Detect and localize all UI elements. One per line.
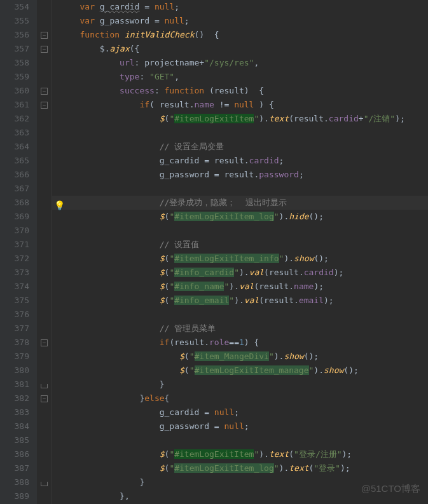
- line-number: 361: [0, 98, 29, 112]
- line-number: 373: [0, 266, 29, 280]
- code-line[interactable]: // 设置值: [65, 238, 428, 252]
- line-number: 374: [0, 280, 29, 294]
- line-number: 363: [0, 126, 29, 140]
- code-line[interactable]: [65, 433, 428, 447]
- code-line[interactable]: function initValidCheck() {: [65, 28, 428, 42]
- lightbulb-icon[interactable]: 💡: [54, 200, 65, 210]
- code-line[interactable]: }else{: [65, 392, 428, 405]
- line-number: 385: [0, 433, 29, 447]
- code-line[interactable]: $("#info_name").val(result.name);: [65, 280, 428, 294]
- code-line[interactable]: [65, 182, 428, 196]
- code-line[interactable]: url: projectname+"/sys/res",: [65, 56, 428, 70]
- fold-end-icon: [41, 384, 48, 388]
- code-line[interactable]: $("#itemLogExitItem_info").show();: [65, 252, 428, 266]
- code-line[interactable]: g_password = result.password;: [65, 168, 428, 182]
- line-number: 356: [0, 28, 29, 42]
- line-number: 371: [0, 238, 29, 252]
- line-number: 368: [0, 196, 29, 210]
- fold-toggle-icon[interactable]: −: [41, 46, 48, 53]
- line-number: 362: [0, 112, 29, 126]
- line-number: 367: [0, 182, 29, 196]
- code-line[interactable]: $("#info_email").val(result.email);: [65, 294, 428, 308]
- line-number: 386: [0, 447, 29, 461]
- code-area[interactable]: var g_cardid = null; var g_password = nu…: [52, 0, 428, 504]
- line-number: 387: [0, 461, 29, 475]
- line-number: 389: [0, 489, 29, 503]
- watermark: @51CTO博客: [361, 483, 420, 495]
- line-number: 383: [0, 405, 29, 419]
- line-number: 381: [0, 378, 29, 392]
- code-line[interactable]: g_cardid = null;: [65, 405, 428, 419]
- code-line[interactable]: //登录成功，隐藏； 退出时显示: [52, 196, 428, 210]
- line-number: 375: [0, 294, 29, 308]
- fold-toggle-icon[interactable]: −: [41, 102, 48, 109]
- line-number: 379: [0, 350, 29, 364]
- line-number: 380: [0, 364, 29, 378]
- code-line[interactable]: $("#info_cardid").val(result.cardid);: [65, 266, 428, 280]
- fold-end-icon: [41, 482, 48, 486]
- line-number: 372: [0, 252, 29, 266]
- code-line[interactable]: [65, 308, 428, 322]
- fold-column[interactable]: −−−−−−: [37, 0, 52, 504]
- code-line[interactable]: var g_cardid = null;: [65, 0, 428, 14]
- code-line[interactable]: $("#itemLogExitItem").text("登录/注册");: [65, 447, 428, 461]
- code-line[interactable]: $("#item_MangeDivi").show();: [65, 350, 428, 364]
- fold-toggle-icon[interactable]: −: [41, 88, 48, 95]
- code-line[interactable]: // 设置全局变量: [65, 140, 428, 154]
- line-number: 360: [0, 84, 29, 98]
- line-number: 365: [0, 154, 29, 168]
- code-editor[interactable]: 3543553563573583593603613623633643653663…: [0, 0, 428, 504]
- fold-toggle-icon[interactable]: −: [41, 32, 48, 39]
- line-number: 378: [0, 336, 29, 350]
- code-line[interactable]: $("#itemLogExitItem_manage").show();: [65, 364, 428, 378]
- code-line[interactable]: $("#itemLogExitItem_log").text("登录");: [65, 461, 428, 475]
- line-number: 354: [0, 0, 29, 14]
- code-line[interactable]: if(result.role==1) {: [65, 336, 428, 350]
- line-number: 376: [0, 308, 29, 322]
- code-line[interactable]: success: function (result) {: [65, 84, 428, 98]
- line-number: 366: [0, 168, 29, 182]
- code-line[interactable]: if( result.name != null ) {: [65, 98, 428, 112]
- line-number: 377: [0, 322, 29, 336]
- code-line[interactable]: }: [65, 378, 428, 392]
- line-number: 388: [0, 475, 29, 489]
- line-number: 382: [0, 392, 29, 405]
- line-number: 359: [0, 70, 29, 84]
- line-number: 364: [0, 140, 29, 154]
- line-number: 384: [0, 419, 29, 433]
- code-line[interactable]: type: "GET",: [65, 70, 428, 84]
- line-number: 355: [0, 14, 29, 28]
- code-line[interactable]: $("#itemLogExitItem_log").hide();: [65, 210, 428, 224]
- line-number: 357: [0, 42, 29, 56]
- code-line[interactable]: var g_password = null;: [65, 14, 428, 28]
- code-line[interactable]: $.ajax({: [65, 42, 428, 56]
- line-number: 358: [0, 56, 29, 70]
- code-line[interactable]: g_password = null;: [65, 419, 428, 433]
- code-line[interactable]: [65, 126, 428, 140]
- fold-toggle-icon[interactable]: −: [41, 339, 48, 346]
- fold-toggle-icon[interactable]: −: [41, 395, 48, 402]
- code-line[interactable]: $("#itemLogExitItem").text(result.cardid…: [65, 112, 428, 126]
- code-line[interactable]: g_cardid = result.cardid;: [65, 154, 428, 168]
- code-line[interactable]: [65, 224, 428, 238]
- line-number: 369: [0, 210, 29, 224]
- code-line[interactable]: // 管理员菜单: [65, 322, 428, 336]
- line-number-gutter: 3543553563573583593603613623633643653663…: [0, 0, 37, 504]
- line-number: 370: [0, 224, 29, 238]
